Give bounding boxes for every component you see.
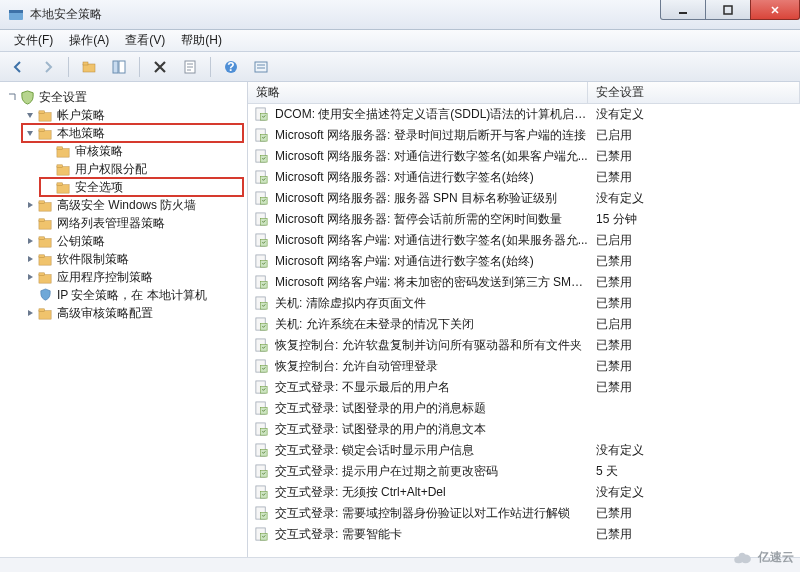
menu-view[interactable]: 查看(V) [117,30,173,51]
list-row[interactable]: Microsoft 网络服务器: 登录时间过期后断开与客户端的连接已启用 [248,125,800,146]
expander-icon[interactable] [24,307,36,319]
policy-icon [254,149,269,164]
tree-node-label: 应用程序控制策略 [57,269,153,286]
policy-icon [254,506,269,521]
tree-node-label: 软件限制策略 [57,251,129,268]
policy-setting: 已禁用 [588,358,800,375]
expander-icon[interactable] [24,253,36,265]
list-row[interactable]: 交互式登录: 需要智能卡已禁用 [248,524,800,545]
show-hide-tree-button[interactable] [107,55,131,79]
svg-rect-7 [119,61,125,73]
list-row[interactable]: 恢复控制台: 允许软盘复制并访问所有驱动器和所有文件夹已禁用 [248,335,800,356]
policy-setting: 已禁用 [588,505,800,522]
tree-node[interactable]: 用户权限分配 [40,160,243,178]
menu-action[interactable]: 操作(A) [61,30,117,51]
list-row[interactable]: Microsoft 网络服务器: 服务器 SPN 目标名称验证级别没有定义 [248,188,800,209]
expander-icon[interactable] [24,127,36,139]
menu-file[interactable]: 文件(F) [6,30,61,51]
tree-pane[interactable]: 安全设置 帐户策略本地策略审核策略用户权限分配安全选项高级安全 Windows … [0,82,248,557]
tree-node[interactable]: 公钥策略 [22,232,243,250]
tree-node[interactable]: 网络列表管理器策略 [22,214,243,232]
up-button[interactable] [77,55,101,79]
svg-text:?: ? [227,60,234,74]
expander-icon[interactable] [24,199,36,211]
folder-icon [56,180,71,195]
policy-icon [254,422,269,437]
expander-icon[interactable] [24,235,36,247]
svg-rect-5 [83,62,88,65]
tree-node[interactable]: IP 安全策略，在 本地计算机 [22,286,243,304]
list-row[interactable]: 交互式登录: 提示用户在过期之前更改密码5 天 [248,461,800,482]
help-button[interactable]: ? [219,55,243,79]
list-row[interactable]: Microsoft 网络客户端: 对通信进行数字签名(始终)已禁用 [248,251,800,272]
policy-icon [254,338,269,353]
list-row[interactable]: 关机: 允许系统在未登录的情况下关闭已启用 [248,314,800,335]
tree-node-label: 用户权限分配 [75,161,147,178]
properties-button[interactable] [178,55,202,79]
back-button[interactable] [6,55,30,79]
column-header-policy[interactable]: 策略 [248,82,588,103]
policy-name: Microsoft 网络服务器: 服务器 SPN 目标名称验证级别 [275,190,557,207]
policy-icon [254,107,269,122]
policy-icon [254,443,269,458]
svg-rect-3 [724,6,732,14]
toolbar-separator [68,57,69,77]
list-row[interactable]: 恢复控制台: 允许自动管理登录已禁用 [248,356,800,377]
tree-node[interactable]: 应用程序控制策略 [22,268,243,286]
column-header-setting[interactable]: 安全设置 [588,82,800,103]
maximize-button[interactable] [705,0,751,20]
policy-name: Microsoft 网络客户端: 对通信进行数字签名(如果服务器允... [275,232,588,249]
tree-node[interactable]: 帐户策略 [22,106,243,124]
refresh-button[interactable] [249,55,273,79]
policy-setting: 已启用 [588,316,800,333]
list-row[interactable]: Microsoft 网络客户端: 对通信进行数字签名(如果服务器允...已启用 [248,230,800,251]
list-row[interactable]: 交互式登录: 需要域控制器身份验证以对工作站进行解锁已禁用 [248,503,800,524]
list-row[interactable]: 交互式登录: 试图登录的用户的消息标题 [248,398,800,419]
menu-help[interactable]: 帮助(H) [173,30,230,51]
policy-setting: 已启用 [588,232,800,249]
tree-node[interactable]: 软件限制策略 [22,250,243,268]
list-row[interactable]: 交互式登录: 不显示最后的用户名已禁用 [248,377,800,398]
tree-node-security-settings[interactable]: 安全设置 [4,88,243,106]
tree-node[interactable]: 本地策略 [22,124,243,142]
list-row[interactable]: Microsoft 网络服务器: 对通信进行数字签名(如果客户端允...已禁用 [248,146,800,167]
tree-node[interactable]: 高级安全 Windows 防火墙 [22,196,243,214]
list-row[interactable]: 关机: 清除虚拟内存页面文件已禁用 [248,293,800,314]
forward-button[interactable] [36,55,60,79]
tree-node-label: 本地策略 [57,125,105,142]
list-pane: 策略 安全设置 DCOM: 使用安全描述符定义语言(SDDL)语法的计算机启动.… [248,82,800,557]
minimize-button[interactable] [660,0,706,20]
svg-rect-6 [113,61,118,73]
folder-icon [38,126,53,141]
policy-setting: 已禁用 [588,274,800,291]
policy-setting: 已禁用 [588,337,800,354]
policy-setting: 没有定义 [588,106,800,123]
folder-icon [56,162,71,177]
list-row[interactable]: 交互式登录: 无须按 Ctrl+Alt+Del没有定义 [248,482,800,503]
expander-icon[interactable] [24,109,36,121]
list-row[interactable]: DCOM: 使用安全描述符定义语言(SDDL)语法的计算机启动...没有定义 [248,104,800,125]
tree-node[interactable]: 审核策略 [40,142,243,160]
titlebar: 本地安全策略 [0,0,800,30]
list-row[interactable]: 交互式登录: 锁定会话时显示用户信息没有定义 [248,440,800,461]
close-button[interactable] [750,0,800,20]
tree-node-label: 网络列表管理器策略 [57,215,165,232]
list-row[interactable]: 交互式登录: 试图登录的用户的消息文本 [248,419,800,440]
list-row[interactable]: Microsoft 网络客户端: 将未加密的密码发送到第三方 SMB...已禁用 [248,272,800,293]
tree-node-label: 公钥策略 [57,233,105,250]
folder-icon [38,234,53,249]
list-row[interactable]: Microsoft 网络服务器: 暂停会话前所需的空闲时间数量15 分钟 [248,209,800,230]
folder-icon [56,144,71,159]
list-body[interactable]: DCOM: 使用安全描述符定义语言(SDDL)语法的计算机启动...没有定义Mi… [248,104,800,557]
list-row[interactable]: Microsoft 网络服务器: 对通信进行数字签名(始终)已禁用 [248,167,800,188]
tree-node[interactable]: 安全选项 [40,178,243,196]
folder-icon [38,198,53,213]
policy-setting: 5 天 [588,463,800,480]
tree-node[interactable]: 高级审核策略配置 [22,304,243,322]
policy-setting: 没有定义 [588,442,800,459]
expander-spacer [24,289,36,301]
delete-button[interactable] [148,55,172,79]
toolbar-separator [139,57,140,77]
expander-icon[interactable] [24,271,36,283]
expander-icon[interactable] [6,91,18,103]
